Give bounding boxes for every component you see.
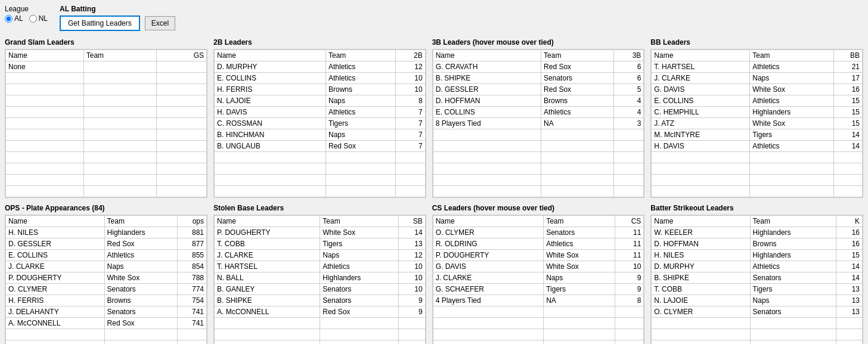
table-row-empty	[215, 152, 426, 163]
table-row-empty	[6, 118, 207, 129]
table-cell: 14	[836, 272, 862, 284]
table-row: 8 Players TiedNA3	[433, 118, 644, 129]
table-row-empty	[433, 329, 644, 340]
table-row: B. GANLEYSenators10	[215, 284, 426, 295]
table-cell: 7	[395, 107, 425, 118]
al-radio-label[interactable]: AL	[5, 14, 23, 23]
table-cell: 21	[833, 61, 862, 73]
ops-col-ops: ops	[178, 216, 207, 227]
table-cell: J. CLARKE	[215, 250, 320, 261]
table-cell: T. HARTSEL	[652, 61, 750, 73]
table-row: D. HOFFMANBrowns4	[433, 95, 644, 107]
table-row-empty	[6, 95, 207, 107]
table-cell: White Sox	[320, 227, 398, 238]
table-row: N. BALLHighlanders10	[215, 272, 426, 284]
table-row: H. DAVISAthletics14	[652, 141, 863, 152]
table-row-empty	[433, 318, 644, 329]
bb-leaders-section: BB Leaders Name Team BB T. HARTSELAthlet…	[650, 38, 863, 198]
table-cell: Tigers	[544, 284, 615, 295]
table-cell: 10	[395, 73, 425, 84]
table-row: J. CLARKENaps12	[215, 250, 426, 261]
cs-leaders-section: CS Leaders (hover mouse over tied) Name …	[432, 204, 645, 344]
table-row-empty	[215, 340, 426, 345]
table-row: E. COLLINSAthletics10	[215, 73, 426, 84]
table-row: M. McINTYRETigers14	[652, 129, 863, 141]
table-row: E. COLLINSAthletics15	[652, 95, 863, 107]
table-row-empty	[6, 73, 207, 84]
table-cell: H. NILES	[652, 250, 750, 261]
table-row-empty	[433, 152, 644, 163]
table-cell: G. CRAVATH	[433, 61, 541, 73]
table-row-empty	[652, 318, 863, 329]
table-row: J. DELAHANTYSenators741	[6, 306, 207, 318]
table-cell: E. COLLINS	[433, 107, 541, 118]
table-row-empty	[6, 107, 207, 118]
table-cell: Senators	[320, 284, 398, 295]
table-cell: Athletics	[750, 95, 834, 107]
table-cell: Naps	[326, 95, 395, 107]
ops-col-name: Name	[6, 216, 105, 227]
table-row: H. NILESHighlanders15	[652, 250, 863, 261]
table-row: H. NILESHighlanders881	[6, 227, 207, 238]
table-cell: D. GESSLER	[6, 238, 105, 250]
table-cell: 16	[836, 227, 862, 238]
table-cell: Athletics	[750, 141, 834, 152]
table-row: A. McCONNELLRed Sox741	[6, 318, 207, 329]
table-cell: A. McCONNELL	[215, 306, 320, 318]
table-cell: Naps	[326, 129, 395, 141]
table-row-empty	[652, 152, 863, 163]
table-cell: Senators	[104, 306, 178, 318]
table-cell: Naps	[320, 250, 398, 261]
table-cell: Browns	[541, 95, 614, 107]
table-row: B. UNGLAUBRed Sox7	[215, 141, 426, 152]
2b-leaders-title: 2B Leaders	[213, 38, 426, 47]
table-cell: Highlanders	[320, 272, 398, 284]
k-leaders-section: Batter Strikeout Leaders Name Team K W. …	[650, 204, 863, 344]
table-row: D. GESSLERRed Sox5	[433, 84, 644, 95]
k-leaders-title: Batter Strikeout Leaders	[650, 204, 863, 212]
table-row: D. GESSLERRed Sox877	[6, 238, 207, 250]
table-row: J. CLARKENaps854	[6, 261, 207, 272]
table-cell: Red Sox	[320, 306, 398, 318]
table-row-empty	[433, 141, 644, 152]
table-row-empty	[6, 152, 207, 163]
table-cell: 4	[613, 107, 644, 118]
3b-leaders-table: Name Team 3B G. CRAVATHRed Sox6B. SHIPKE…	[433, 49, 644, 197]
nl-radio-label[interactable]: NL	[29, 14, 48, 23]
k-col-team: Team	[750, 216, 836, 227]
table-row: D. MURPHYAthletics14	[652, 261, 863, 272]
table-row: J. ATZWhite Sox15	[652, 118, 863, 129]
table-cell: J. ATZ	[652, 118, 750, 129]
nl-radio[interactable]	[29, 15, 37, 23]
table-row: A. McCONNELLRed Sox9	[215, 306, 426, 318]
table-row: C. ROSSMANTigers7	[215, 118, 426, 129]
sb-leaders-section: Stolen Base Leaders Name Team SB P. DOUG…	[213, 204, 426, 344]
al-radio[interactable]	[5, 15, 13, 23]
table-row: N. LAJOIENaps8	[215, 95, 426, 107]
table-cell	[83, 61, 156, 73]
cs-leaders-table: Name Team CS O. CLYMERSenators11R. OLDRI…	[433, 215, 644, 344]
table-cell: T. COBB	[215, 238, 320, 250]
table-cell: Red Sox	[104, 238, 178, 250]
table-row-empty	[215, 175, 426, 186]
table-cell: Highlanders	[750, 250, 836, 261]
table-cell: H. DAVIS	[215, 107, 326, 118]
get-batting-button[interactable]: Get Batting Leaders	[60, 16, 140, 31]
table-cell: 7	[395, 118, 425, 129]
table-cell: Tigers	[326, 118, 395, 129]
table-row: T. COBBTigers13	[652, 284, 863, 295]
table-cell: R. OLDRING	[433, 238, 544, 250]
table-cell: C. HEMPHILL	[652, 107, 750, 118]
table-cell: 8 Players Tied	[433, 118, 541, 129]
table-cell: O. CLYMER	[6, 284, 105, 295]
table-cell: 15	[833, 107, 862, 118]
table-cell: 754	[178, 295, 207, 306]
table-cell: J. DELAHANTY	[6, 306, 105, 318]
3b-col-name: Name	[433, 50, 541, 61]
table-cell: 14	[836, 261, 862, 272]
table-row: B. HINCHMANNaps7	[215, 129, 426, 141]
excel-button[interactable]: Excel	[145, 16, 175, 30]
table-cell: E. COLLINS	[215, 73, 326, 84]
table-row: G. CRAVATHRed Sox6	[433, 61, 644, 73]
table-cell: B. UNGLAUB	[215, 141, 326, 152]
